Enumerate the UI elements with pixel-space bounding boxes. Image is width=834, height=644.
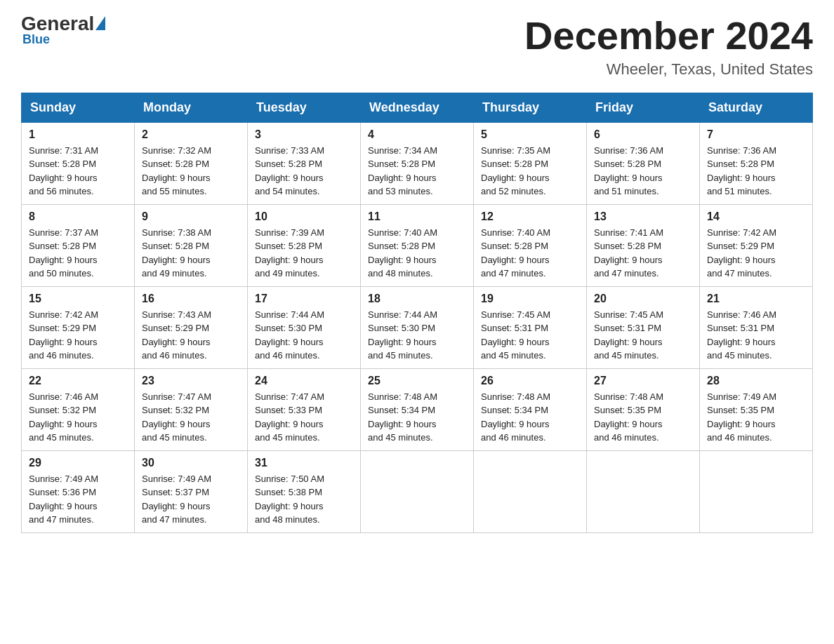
day-number: 24 [255,375,353,387]
day-number: 12 [481,210,579,223]
logo: General Blue [21,14,107,47]
table-row: 10Sunrise: 7:39 AMSunset: 5:28 PMDayligh… [248,204,361,286]
day-info: Sunrise: 7:37 AMSunset: 5:28 PMDaylight:… [29,226,127,281]
calendar-table: Sunday Monday Tuesday Wednesday Thursday… [21,93,813,533]
col-saturday: Saturday [700,93,813,122]
day-info: Sunrise: 7:32 AMSunset: 5:28 PMDaylight:… [142,144,240,199]
calendar-week-row: 22Sunrise: 7:46 AMSunset: 5:32 PMDayligh… [22,368,813,450]
table-row: 2Sunrise: 7:32 AMSunset: 5:28 PMDaylight… [135,122,248,204]
day-number: 6 [594,128,692,141]
table-row [361,450,474,532]
day-info: Sunrise: 7:46 AMSunset: 5:32 PMDaylight:… [29,390,127,445]
day-info: Sunrise: 7:41 AMSunset: 5:28 PMDaylight:… [594,226,692,281]
table-row: 23Sunrise: 7:47 AMSunset: 5:32 PMDayligh… [135,368,248,450]
day-info: Sunrise: 7:36 AMSunset: 5:28 PMDaylight:… [594,144,692,199]
table-row: 12Sunrise: 7:40 AMSunset: 5:28 PMDayligh… [474,204,587,286]
table-row: 6Sunrise: 7:36 AMSunset: 5:28 PMDaylight… [587,122,700,204]
day-number: 7 [707,128,805,141]
page-header: General Blue December 2024 Wheeler, Texa… [21,14,813,79]
table-row: 11Sunrise: 7:40 AMSunset: 5:28 PMDayligh… [361,204,474,286]
table-row: 9Sunrise: 7:38 AMSunset: 5:28 PMDaylight… [135,204,248,286]
day-info: Sunrise: 7:47 AMSunset: 5:32 PMDaylight:… [142,390,240,445]
day-number: 13 [594,210,692,223]
day-number: 8 [29,210,127,223]
day-number: 26 [481,375,579,387]
day-info: Sunrise: 7:43 AMSunset: 5:29 PMDaylight:… [142,308,240,363]
day-info: Sunrise: 7:46 AMSunset: 5:31 PMDaylight:… [707,308,805,363]
day-number: 3 [255,128,353,141]
table-row: 26Sunrise: 7:48 AMSunset: 5:34 PMDayligh… [474,368,587,450]
day-number: 14 [707,210,805,223]
table-row: 3Sunrise: 7:33 AMSunset: 5:28 PMDaylight… [248,122,361,204]
table-row: 19Sunrise: 7:45 AMSunset: 5:31 PMDayligh… [474,286,587,368]
day-number: 4 [368,128,466,141]
day-info: Sunrise: 7:44 AMSunset: 5:30 PMDaylight:… [368,308,466,363]
table-row: 28Sunrise: 7:49 AMSunset: 5:35 PMDayligh… [700,368,813,450]
calendar-week-row: 15Sunrise: 7:42 AMSunset: 5:29 PMDayligh… [22,286,813,368]
table-row: 16Sunrise: 7:43 AMSunset: 5:29 PMDayligh… [135,286,248,368]
day-info: Sunrise: 7:48 AMSunset: 5:34 PMDaylight:… [368,390,466,445]
day-number: 17 [255,293,353,305]
day-info: Sunrise: 7:44 AMSunset: 5:30 PMDaylight:… [255,308,353,363]
table-row: 5Sunrise: 7:35 AMSunset: 5:28 PMDaylight… [474,122,587,204]
day-number: 19 [481,293,579,305]
table-row: 8Sunrise: 7:37 AMSunset: 5:28 PMDaylight… [22,204,135,286]
logo-general-text: General [21,14,94,34]
day-info: Sunrise: 7:49 AMSunset: 5:35 PMDaylight:… [707,390,805,445]
day-number: 1 [29,128,127,141]
logo-blue-text: Blue [22,32,50,47]
table-row: 17Sunrise: 7:44 AMSunset: 5:30 PMDayligh… [248,286,361,368]
col-friday: Friday [587,93,700,122]
col-sunday: Sunday [22,93,135,122]
table-row: 27Sunrise: 7:48 AMSunset: 5:35 PMDayligh… [587,368,700,450]
day-info: Sunrise: 7:33 AMSunset: 5:28 PMDaylight:… [255,144,353,199]
title-block: December 2024 Wheeler, Texas, United Sta… [524,14,813,79]
day-number: 23 [142,375,240,387]
day-info: Sunrise: 7:39 AMSunset: 5:28 PMDaylight:… [255,226,353,281]
day-info: Sunrise: 7:42 AMSunset: 5:29 PMDaylight:… [29,308,127,363]
day-number: 16 [142,293,240,305]
day-number: 11 [368,210,466,223]
month-title: December 2024 [524,14,813,58]
table-row: 22Sunrise: 7:46 AMSunset: 5:32 PMDayligh… [22,368,135,450]
day-info: Sunrise: 7:31 AMSunset: 5:28 PMDaylight:… [29,144,127,199]
table-row [700,450,813,532]
day-number: 20 [594,293,692,305]
day-info: Sunrise: 7:45 AMSunset: 5:31 PMDaylight:… [481,308,579,363]
calendar-week-row: 29Sunrise: 7:49 AMSunset: 5:36 PMDayligh… [22,450,813,532]
day-info: Sunrise: 7:49 AMSunset: 5:36 PMDaylight:… [29,472,127,527]
day-info: Sunrise: 7:34 AMSunset: 5:28 PMDaylight:… [368,144,466,199]
calendar-week-row: 8Sunrise: 7:37 AMSunset: 5:28 PMDaylight… [22,204,813,286]
day-info: Sunrise: 7:38 AMSunset: 5:28 PMDaylight:… [142,226,240,281]
day-number: 15 [29,293,127,305]
day-info: Sunrise: 7:49 AMSunset: 5:37 PMDaylight:… [142,472,240,527]
day-number: 28 [707,375,805,387]
day-info: Sunrise: 7:40 AMSunset: 5:28 PMDaylight:… [481,226,579,281]
table-row: 14Sunrise: 7:42 AMSunset: 5:29 PMDayligh… [700,204,813,286]
day-info: Sunrise: 7:42 AMSunset: 5:29 PMDaylight:… [707,226,805,281]
table-row: 25Sunrise: 7:48 AMSunset: 5:34 PMDayligh… [361,368,474,450]
day-info: Sunrise: 7:45 AMSunset: 5:31 PMDaylight:… [594,308,692,363]
calendar-header-row: Sunday Monday Tuesday Wednesday Thursday… [22,93,813,122]
day-info: Sunrise: 7:35 AMSunset: 5:28 PMDaylight:… [481,144,579,199]
table-row: 7Sunrise: 7:36 AMSunset: 5:28 PMDaylight… [700,122,813,204]
table-row [474,450,587,532]
day-number: 22 [29,375,127,387]
table-row: 20Sunrise: 7:45 AMSunset: 5:31 PMDayligh… [587,286,700,368]
day-number: 9 [142,210,240,223]
day-info: Sunrise: 7:40 AMSunset: 5:28 PMDaylight:… [368,226,466,281]
location-text: Wheeler, Texas, United States [524,60,813,79]
col-monday: Monday [135,93,248,122]
table-row: 15Sunrise: 7:42 AMSunset: 5:29 PMDayligh… [22,286,135,368]
calendar-week-row: 1Sunrise: 7:31 AMSunset: 5:28 PMDaylight… [22,122,813,204]
day-number: 10 [255,210,353,223]
table-row: 4Sunrise: 7:34 AMSunset: 5:28 PMDaylight… [361,122,474,204]
day-info: Sunrise: 7:48 AMSunset: 5:34 PMDaylight:… [481,390,579,445]
col-thursday: Thursday [474,93,587,122]
day-info: Sunrise: 7:47 AMSunset: 5:33 PMDaylight:… [255,390,353,445]
table-row: 1Sunrise: 7:31 AMSunset: 5:28 PMDaylight… [22,122,135,204]
day-number: 30 [142,457,240,469]
day-info: Sunrise: 7:36 AMSunset: 5:28 PMDaylight:… [707,144,805,199]
day-number: 2 [142,128,240,141]
day-info: Sunrise: 7:48 AMSunset: 5:35 PMDaylight:… [594,390,692,445]
